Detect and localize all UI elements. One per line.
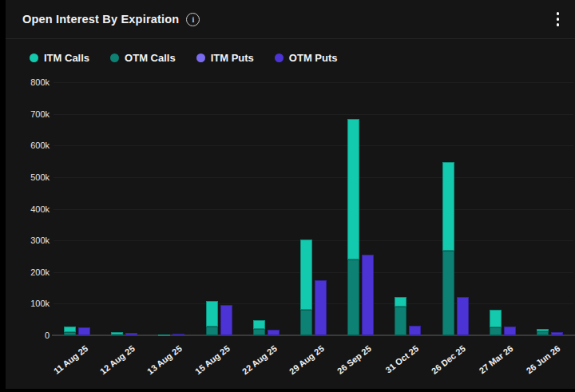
bar-itm-calls[interactable]	[206, 301, 218, 327]
bar-itm-calls[interactable]	[111, 332, 123, 335]
gridline	[54, 303, 573, 304]
x-axis-label: 29 Aug 25	[288, 343, 326, 376]
gridline	[54, 177, 573, 178]
bar-otm-calls[interactable]	[111, 335, 123, 335]
y-axis-label: 200k	[6, 267, 50, 277]
x-axis-label: 31 Oct 25	[383, 343, 420, 375]
bar-otm-puts[interactable]	[504, 327, 516, 335]
chart-plot-area: 800k700k600k500k400k300k200k100k011 Aug …	[6, 0, 575, 389]
gridline	[54, 240, 573, 241]
bar-otm-puts[interactable]	[125, 333, 137, 335]
bar-itm-calls[interactable]	[490, 310, 502, 328]
x-axis-label: 13 Aug 25	[145, 343, 184, 376]
open-interest-card: Open Interest By Expiration i ITM CallsO…	[6, 0, 575, 389]
gridline	[54, 82, 573, 83]
bar-otm-puts[interactable]	[362, 255, 374, 335]
y-axis-label: 700k	[6, 109, 50, 119]
gridline	[54, 209, 573, 210]
gridline	[54, 272, 573, 273]
bar-otm-puts[interactable]	[172, 334, 184, 335]
x-axis-label: 11 Aug 25	[51, 343, 89, 376]
bar-otm-calls[interactable]	[300, 310, 312, 335]
bar-otm-puts[interactable]	[409, 326, 421, 335]
bar-itm-calls[interactable]	[347, 119, 359, 259]
bar-otm-puts[interactable]	[315, 280, 327, 335]
bar-otm-calls[interactable]	[442, 251, 454, 335]
gridline	[54, 145, 573, 146]
y-axis-label: 500k	[6, 172, 50, 182]
bar-otm-puts[interactable]	[457, 297, 469, 335]
bar-itm-calls[interactable]	[64, 327, 76, 332]
x-axis-label: 15 Aug 25	[193, 343, 232, 376]
y-axis-label: 300k	[6, 236, 50, 245]
bar-otm-calls[interactable]	[537, 331, 549, 335]
y-axis-label: 600k	[6, 141, 50, 150]
bar-otm-calls[interactable]	[206, 327, 218, 335]
bar-itm-calls[interactable]	[537, 329, 549, 331]
x-axis-label: 22 Aug 25	[240, 343, 279, 376]
x-axis-label: 26 Jun 26	[525, 343, 562, 375]
x-axis-label: 12 Aug 25	[98, 343, 137, 376]
bar-otm-calls[interactable]	[395, 307, 406, 335]
bar-otm-calls[interactable]	[490, 327, 502, 335]
bar-itm-calls[interactable]	[253, 320, 265, 329]
bar-otm-puts[interactable]	[268, 330, 280, 335]
bar-otm-calls[interactable]	[64, 332, 76, 335]
y-axis-label: 400k	[6, 204, 50, 214]
y-axis-label: 800k	[6, 77, 50, 87]
y-axis-label: 100k	[6, 299, 50, 308]
x-axis-label: 26 Dec 25	[430, 343, 467, 376]
x-axis-label: 27 Mar 26	[478, 343, 515, 375]
gridline	[54, 114, 573, 115]
bar-itm-calls[interactable]	[300, 240, 312, 310]
bar-otm-calls[interactable]	[347, 259, 359, 335]
bar-otm-puts[interactable]	[220, 305, 232, 335]
bar-otm-puts[interactable]	[551, 332, 563, 335]
x-axis-label: 26 Sep 25	[335, 343, 373, 376]
bar-itm-calls[interactable]	[395, 297, 406, 307]
y-axis-label: 0	[6, 331, 50, 340]
bar-otm-puts[interactable]	[78, 327, 90, 335]
bar-itm-calls[interactable]	[442, 162, 454, 251]
bar-otm-calls[interactable]	[253, 329, 265, 335]
